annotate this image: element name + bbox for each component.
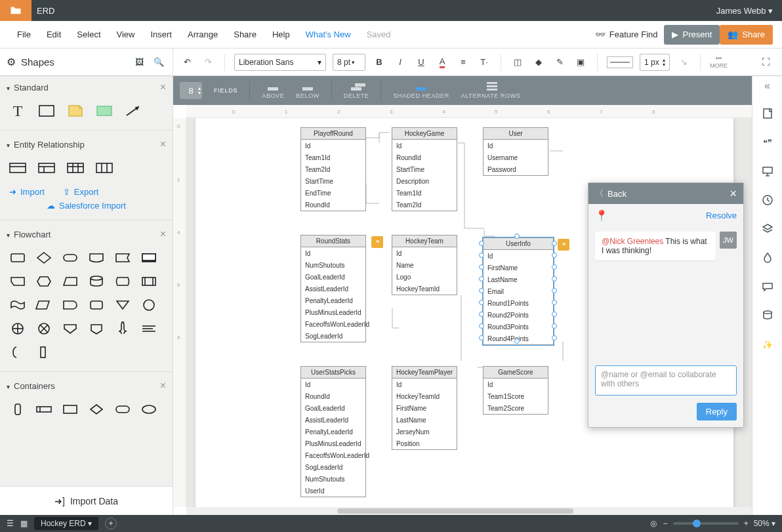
drop-icon[interactable] (760, 251, 775, 265)
entity-field[interactable]: HockeyTeamId (392, 390, 457, 402)
entity-userinfo[interactable]: UserInfo Id FirstName LastName Email Rou… (483, 237, 554, 345)
flow-shape[interactable] (60, 249, 80, 266)
entity-hockeyteam[interactable]: HockeyTeam Id Name Logo HockeyTeamId (392, 235, 457, 295)
delete-button[interactable]: ×DELETE (344, 82, 369, 99)
comment-marker[interactable] (558, 239, 569, 251)
flow-shape[interactable] (113, 273, 133, 290)
comment-marker[interactable] (371, 236, 383, 248)
container-shape[interactable] (60, 401, 80, 418)
entity-field[interactable]: GoalLeaderId (301, 402, 365, 414)
erd-port[interactable] (552, 335, 557, 340)
entity-field[interactable]: LastName (392, 414, 457, 426)
chat-icon[interactable] (760, 279, 775, 294)
doc-name[interactable]: ERD (31, 6, 54, 16)
share-button[interactable]: 👥 Share (720, 25, 773, 45)
entity-field[interactable]: Team2Score (484, 402, 548, 414)
container-shape[interactable] (87, 401, 106, 418)
selection-handle[interactable] (514, 234, 520, 239)
flow-shape[interactable] (60, 297, 80, 314)
entity-field[interactable]: Id (484, 250, 553, 262)
arrow-icon[interactable]: ↘ (676, 55, 691, 70)
reply-button[interactable]: Reply (697, 403, 737, 420)
erd-port[interactable] (552, 253, 557, 258)
entity-field[interactable]: Round1Points (484, 297, 553, 309)
entity-field[interactable]: RoundId (301, 390, 365, 402)
shadow-icon[interactable]: ▣ (573, 55, 588, 70)
entity-playoffround[interactable]: PlayoffRound Id Team1Id Team2Id StartTim… (300, 127, 366, 211)
entity-field[interactable]: Name (392, 259, 457, 271)
entity-field[interactable]: NumShutouts (301, 473, 365, 485)
entity-field[interactable]: Id (484, 140, 548, 152)
section-containers[interactable]: Containers× (0, 375, 173, 397)
menu-whatsnew[interactable]: What's New (298, 30, 359, 39)
entity-field[interactable]: NumShutouts (301, 259, 365, 271)
alternate-rows-button[interactable]: ALTERNATE ROWS (461, 82, 521, 99)
er-shape-4[interactable] (94, 159, 114, 176)
page-tab[interactable]: Hockey ERD ▾ (34, 517, 98, 530)
entity-field[interactable]: Team2Id (392, 199, 457, 211)
entity-field[interactable]: UserId (301, 485, 365, 497)
close-icon[interactable]: × (160, 81, 166, 93)
redo-icon[interactable]: ↷ (201, 55, 215, 70)
flow-shape[interactable] (139, 249, 159, 266)
erd-port[interactable] (552, 288, 557, 293)
history-icon[interactable] (760, 193, 775, 207)
zoom-thumb[interactable] (693, 520, 701, 527)
entity-field[interactable]: SogLeaderId (301, 461, 365, 473)
entity-field[interactable]: HockeyTeamId (392, 283, 457, 295)
flow-shape[interactable] (34, 320, 54, 337)
entity-field[interactable]: EndTime (301, 187, 365, 199)
comments-close-button[interactable]: × (730, 187, 737, 201)
user-menu[interactable]: James Webb ▾ (716, 6, 782, 16)
fields-count-input[interactable]: 8 ▴▾ (180, 82, 202, 99)
crop-icon[interactable]: ◫ (510, 55, 525, 70)
entity-field[interactable]: AssistLeaderId (301, 283, 365, 295)
shaded-header-button[interactable]: SHADED HEADER (393, 82, 449, 99)
line-width[interactable]: 1 px▴▾ (640, 54, 670, 71)
section-er[interactable]: Entity Relationship× (0, 133, 173, 155)
entity-field[interactable]: PlusMinusLeaderId (301, 306, 365, 318)
menu-share[interactable]: Share (226, 30, 264, 39)
presentation-icon[interactable] (760, 164, 775, 178)
grid-view-icon[interactable]: ▦ (20, 519, 28, 528)
flow-shape[interactable] (34, 344, 54, 361)
erd-port[interactable] (552, 276, 557, 281)
menu-arrange[interactable]: Arrange (180, 30, 226, 39)
quote-icon[interactable]: ❝❞ (760, 135, 775, 150)
textcolor-icon[interactable]: A (435, 55, 449, 70)
flow-shape[interactable] (139, 320, 159, 337)
entity-hockeyteamplayer[interactable]: HockeyTeamPlayer Id HockeyTeamId FirstNa… (392, 366, 457, 450)
entity-field[interactable]: PenaltyLeaderId (301, 426, 365, 438)
entity-field[interactable]: FaceoffsWonLeaderId (301, 318, 365, 330)
entity-field[interactable]: Password (484, 163, 548, 175)
flow-shape[interactable] (8, 297, 28, 314)
scrollbar-thumb[interactable] (337, 508, 573, 514)
container-shape[interactable] (113, 401, 133, 418)
entity-field[interactable]: RoundId (301, 199, 365, 211)
page-icon[interactable] (760, 106, 775, 121)
flow-shape[interactable] (8, 273, 28, 290)
fill-icon[interactable]: ◆ (531, 55, 546, 70)
entity-field[interactable]: Email (484, 285, 553, 297)
fullscreen-icon[interactable]: ⛶ (761, 55, 775, 70)
entity-field[interactable]: FirstName (392, 402, 457, 414)
layers-icon[interactable] (760, 222, 775, 236)
erd-port[interactable] (552, 241, 557, 246)
er-shape-2[interactable] (37, 159, 56, 176)
more-button[interactable]: •••MORE (710, 55, 728, 69)
collapse-icon[interactable]: « (764, 80, 770, 92)
export-link[interactable]: ⇪Export (63, 187, 99, 197)
import-link[interactable]: ➜Import (9, 187, 45, 197)
entity-field[interactable]: Username (484, 152, 548, 163)
flow-shape[interactable] (139, 297, 159, 314)
erd-port[interactable] (479, 323, 484, 329)
pin-icon[interactable]: 📍 (595, 209, 608, 222)
menu-help[interactable]: Help (264, 30, 298, 39)
entity-userstatspicks[interactable]: UserStatsPicks Id RoundId GoalLeaderId A… (300, 366, 366, 497)
flow-shape[interactable] (60, 320, 80, 337)
entity-field[interactable]: Team1Id (301, 152, 365, 163)
shape-note[interactable] (66, 102, 85, 119)
search-icon[interactable]: 🔍 (152, 55, 166, 70)
flow-shape[interactable] (8, 320, 28, 337)
zoom-in-button[interactable]: + (744, 519, 749, 528)
